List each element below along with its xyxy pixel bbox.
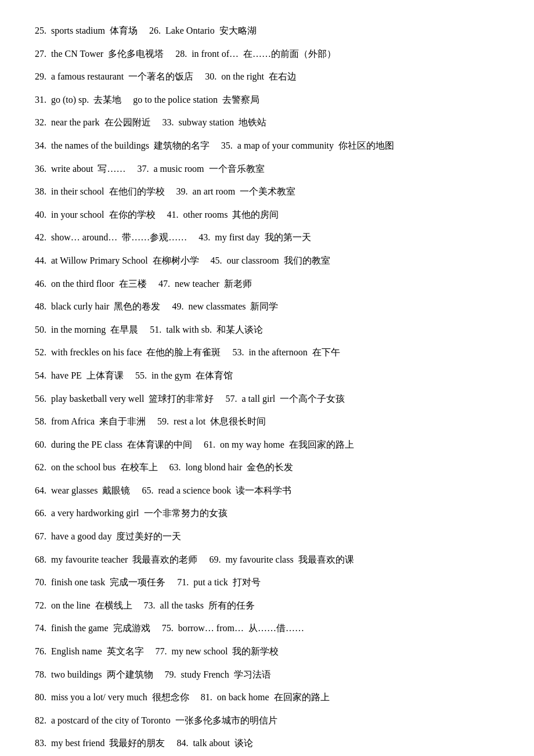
entry-chinese: 所有的任务 <box>208 598 255 613</box>
entry-chinese: 很想念你 <box>152 690 189 705</box>
list-item: 60.during the PE class在体育课的中间 <box>35 437 192 452</box>
entry-chinese: 一张多伦多城市的明信片 <box>175 713 277 728</box>
list-item: 76.English name英文名字 <box>35 644 144 659</box>
entry-chinese: 在他们的学校 <box>109 184 165 199</box>
entry-english: a very hardworking girl <box>51 506 139 521</box>
entry-number: 80. <box>35 690 46 705</box>
entry-number: 29. <box>35 69 46 84</box>
entry-english: my best friend <box>51 736 104 751</box>
entry-chinese: 在我回家的路上 <box>289 437 354 452</box>
entry-chinese: 一个著名的饭店 <box>128 69 193 84</box>
table-row: 67.have a good day度过美好的一天 <box>35 529 499 544</box>
table-row: 50.in the morning在早晨51.talk with sb.和某人谈… <box>35 322 499 337</box>
list-item: 48.black curly hair黑色的卷发 <box>35 299 160 314</box>
table-row: 42.show… around…带……参观……43.my first day我的… <box>35 230 499 245</box>
entry-chinese: 我最喜欢的老师 <box>132 552 197 567</box>
entry-number: 63. <box>169 460 181 475</box>
entry-number: 43. <box>199 230 210 245</box>
entry-english: at Willow Primary School <box>51 253 148 268</box>
entry-english: in your school <box>51 207 104 222</box>
table-row: 72.on the line在横线上73.all the tasks所有的任务 <box>35 598 499 613</box>
entry-english: new teacher <box>175 276 219 291</box>
list-item: 28.in front of…在……的前面（外部） <box>175 46 336 62</box>
entry-number: 40. <box>35 207 46 222</box>
list-item: 35.a map of your community你社区的地图 <box>221 138 394 153</box>
list-item: 40.in your school在你的学校 <box>35 207 156 222</box>
entry-english: go to the police station <box>133 92 218 107</box>
table-row: 29.a famous restaurant一个著名的饭店30.on the r… <box>35 69 499 84</box>
entry-chinese: 休息很长时间 <box>210 414 266 429</box>
table-row: 48.black curly hair黑色的卷发49.new classmate… <box>35 299 499 314</box>
list-item: 51.talk with sb.和某人谈论 <box>150 322 263 337</box>
table-row: 56.play basketball very well篮球打的非常好57.a … <box>35 391 499 406</box>
entry-chinese: 在公园附近 <box>104 115 151 130</box>
entry-english: in the morning <box>51 322 106 337</box>
entry-english: a famous restaurant <box>51 69 124 84</box>
entry-number: 28. <box>175 46 187 62</box>
entry-number: 61. <box>204 437 215 452</box>
entry-chinese: 在三楼 <box>119 276 147 291</box>
entry-chinese: 去某地 <box>93 92 121 107</box>
entry-english: write about <box>51 161 93 177</box>
entry-english: on the school bus <box>51 460 116 475</box>
list-item: 45.our classroom我们的教室 <box>211 253 330 268</box>
entry-chinese: 戴眼镜 <box>102 483 130 498</box>
entry-number: 47. <box>158 276 170 291</box>
list-item: 56.play basketball very well篮球打的非常好 <box>35 391 214 406</box>
entry-english: sports stadium <box>51 23 105 38</box>
list-item: 44.at Willow Primary School在柳树小学 <box>35 253 199 268</box>
entry-number: 49. <box>172 299 183 314</box>
entry-number: 84. <box>176 736 188 751</box>
table-row: 40.in your school在你的学校41.other rooms其他的房… <box>35 207 499 222</box>
table-row: 76.English name英文名字77.my new school我的新学校 <box>35 644 499 659</box>
entry-english: the names of the buildings <box>51 138 149 153</box>
entry-english: Lake Ontario <box>165 23 215 38</box>
entry-number: 48. <box>35 299 46 314</box>
entry-english: put a tick <box>193 575 228 590</box>
list-item: 82.a postcard of the city of Toronto一张多伦… <box>35 713 277 728</box>
entry-chinese: 在体育课的中间 <box>127 437 192 452</box>
entry-chinese: 英文名字 <box>107 644 144 659</box>
list-item: 30.on the right在右边 <box>205 69 297 84</box>
entry-chinese: 从……借…… <box>248 621 304 636</box>
entry-chinese: 去警察局 <box>222 92 259 107</box>
entry-english: new classmates <box>188 299 246 314</box>
entry-number: 74. <box>35 621 46 636</box>
list-item: 55.in the gym在体育馆 <box>135 368 233 383</box>
list-item: 27.the CN Tower多伦多电视塔 <box>35 46 164 62</box>
entry-chinese: 安大略湖 <box>219 23 257 38</box>
entry-number: 75. <box>162 621 174 636</box>
list-item: 61.on my way home在我回家的路上 <box>204 437 354 452</box>
entry-number: 66. <box>35 506 46 521</box>
entry-chinese: 地铁站 <box>239 115 266 130</box>
entry-english: all the tasks <box>160 598 204 613</box>
entry-number: 31. <box>35 92 46 107</box>
table-row: 68.my favourite teacher我最喜欢的老师69.my favo… <box>35 552 499 567</box>
entry-number: 56. <box>35 391 46 406</box>
entry-number: 45. <box>211 253 222 268</box>
entry-english: black curly hair <box>51 299 109 314</box>
entry-english: talk about <box>193 736 230 751</box>
entry-number: 83. <box>35 736 46 751</box>
list-item: 31.go (to) sp.去某地 <box>35 92 121 107</box>
entry-english: long blond hair <box>186 460 243 475</box>
entry-chinese: 我的第一天 <box>265 230 311 245</box>
list-item: 64.wear glasses戴眼镜 <box>35 483 130 498</box>
entry-english: finish the game <box>51 621 109 636</box>
entry-chinese: 度过美好的一天 <box>116 529 181 544</box>
entry-english: on my way home <box>220 437 284 452</box>
entry-chinese: 读一本科学书 <box>236 483 291 498</box>
list-item: 80.miss you a lot/ very much很想念你 <box>35 690 189 705</box>
list-item: 39.an art room一个美术教室 <box>176 184 296 199</box>
entry-english: in front of… <box>192 46 239 62</box>
list-item: 78.two buildings两个建筑物 <box>35 667 153 682</box>
entry-chinese: 我的新学校 <box>232 644 279 659</box>
entry-english: on back home <box>217 690 269 705</box>
entry-number: 62. <box>35 460 46 475</box>
entry-chinese: 来自于非洲 <box>99 414 146 429</box>
entry-chinese: 一个美术教室 <box>240 184 295 199</box>
entry-number: 38. <box>35 184 46 199</box>
list-item: 32.near the park在公园附近 <box>35 115 151 130</box>
table-row: 82.a postcard of the city of Toronto一张多伦… <box>35 713 499 728</box>
entry-chinese: 在右边 <box>269 69 297 84</box>
